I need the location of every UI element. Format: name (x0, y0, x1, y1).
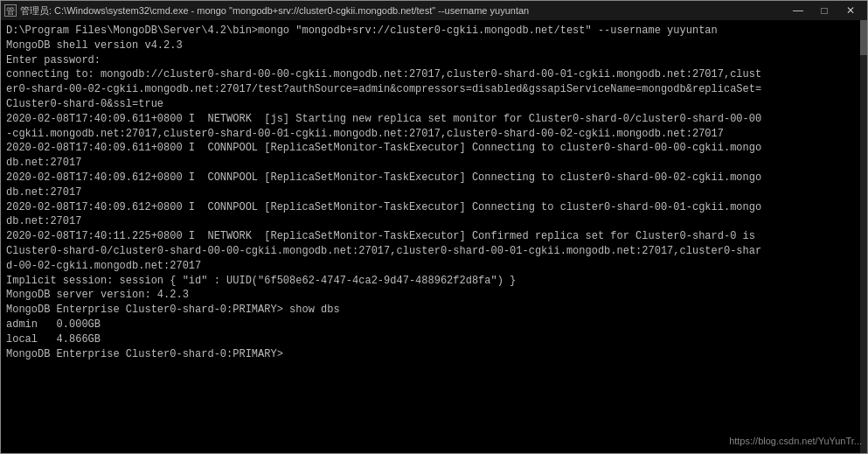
minimize-button[interactable]: — (785, 2, 811, 19)
terminal-area[interactable]: D:\Program Files\MongoDB\Server\4.2\bin>… (1, 20, 867, 453)
title-bar-left: 管 管理员: C:\Windows\system32\cmd.exe - mon… (4, 4, 529, 17)
svg-text:管: 管 (6, 6, 15, 16)
close-button[interactable]: ✕ (837, 2, 864, 19)
maximize-button[interactable]: □ (811, 2, 837, 19)
cmd-window: 管 管理员: C:\Windows\system32\cmd.exe - mon… (0, 0, 868, 454)
window-controls: — □ ✕ (785, 2, 864, 19)
title-bar: 管 管理员: C:\Windows\system32\cmd.exe - mon… (1, 1, 867, 20)
terminal-output: D:\Program Files\MongoDB\Server\4.2\bin>… (6, 24, 862, 361)
scrollbar-thumb[interactable] (860, 20, 867, 55)
title-bar-title: 管理员: C:\Windows\system32\cmd.exe - mongo… (20, 4, 529, 17)
scrollbar[interactable] (860, 20, 867, 453)
watermark: https://blog.csdn.net/YuYunTr... (729, 435, 862, 448)
cmd-icon: 管 (4, 4, 17, 17)
